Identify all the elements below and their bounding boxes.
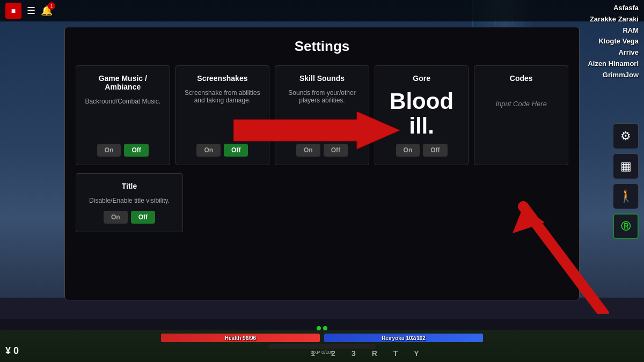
robux-button[interactable]: Ⓡ [613,213,639,239]
status-dot-1 [317,326,321,330]
card-skill-sounds-desc: Sounds from your/other players abilities… [282,89,362,137]
card-screenshakes: Screenshakes Screenshake from abilities … [175,65,270,165]
player-name-4: Klogte Vega [588,36,639,47]
codes-input-placeholder: Input Code Here [495,100,546,108]
currency-display: ¥ 0 [5,345,19,357]
reiryoku-bar: Reiryoku 102/102 [324,334,483,342]
player-list: Asfasfa Zarakke Zaraki RAM Klogte Vega A… [588,3,639,81]
card-codes: Codes Input Code Here [474,65,568,165]
settings-title: Settings [76,38,568,55]
gear-icon: ⚙ [620,129,631,143]
player-name-5: Arrive [588,47,639,58]
gear-button[interactable]: ⚙ [613,123,639,149]
menu-icon[interactable]: ☰ [27,5,35,17]
title-card-title: Title [122,182,137,190]
btn-skill-sounds-off[interactable]: Off [324,144,348,157]
notification-badge: 1 [48,2,55,10]
card-skill-sounds: Skill Sounds Sounds from your/other play… [275,65,369,165]
player-name-3: RAM [588,25,639,36]
btn-game-music-on[interactable]: On [97,144,121,157]
notification-icon[interactable]: 🔔 1 [41,5,53,17]
card-title-setting: Title Disable/Enable title visibility. O… [76,173,183,232]
toggle-skill-sounds: On Off [296,144,348,157]
hotkey-y: Y [414,349,419,358]
btn-game-music-off[interactable]: Off [124,144,148,157]
player-name-2: Zarakke Zaraki [588,14,639,25]
hotkey-1: 1 [311,349,315,358]
top-bar: ■ ☰ 🔔 1 [0,0,644,21]
exp-bar [268,344,376,349]
toggle-gore: On Off [396,144,448,157]
player-name-6: Aizen Hinamori [588,58,639,70]
settings-modal: Settings Game Music / Ambiance Backround… [64,27,580,300]
card-screenshakes-title: Screenshakes [197,74,247,83]
character-button[interactable]: 🚶 [613,183,639,209]
card-skill-sounds-title: Skill Sounds [299,74,345,83]
character-icon: 🚶 [619,189,633,203]
stats-icon: ▦ [620,159,632,173]
settings-grid: Game Music / Ambiance Backround/Combat M… [76,65,568,165]
card-gore: Gore Bloodill. On Off [375,65,469,165]
health-bar: Health 96/96 [161,334,320,342]
health-label: Health 96/96 [225,335,256,341]
hotkey-3: 3 [352,349,356,358]
status-dots [317,326,327,330]
health-bars-container: Health 96/96 Reiryoku 102/102 [161,334,483,342]
btn-skill-sounds-on[interactable]: On [296,144,320,157]
robux-icon: Ⓡ [621,220,631,233]
stats-button[interactable]: ▦ [613,153,639,179]
card-game-music: Game Music / Ambiance Backround/Combat M… [76,65,170,165]
card-gore-text: Bloodill. [390,89,453,138]
btn-screenshakes-on[interactable]: On [196,144,221,157]
card-gore-title: Gore [413,74,430,83]
status-dot-2 [323,326,327,330]
settings-row2: Title Disable/Enable title visibility. O… [76,173,568,232]
reiryoku-label: Reiryoku 102/102 [382,335,426,341]
hotkey-r: R [372,349,377,358]
card-screenshakes-desc: Screenshake from abilities and taking da… [182,89,263,137]
hotkey-2: 2 [331,349,335,358]
btn-title-on[interactable]: On [104,211,128,224]
btn-gore-off[interactable]: Off [423,144,447,157]
toggle-screenshakes: On Off [196,144,248,157]
player-name-1: Asfasfa [588,3,639,14]
card-game-music-title: Game Music / Ambiance [83,74,163,91]
player-name-7: GrimmJow [588,70,639,81]
toggle-title: On Off [104,211,155,224]
title-card-desc: Disable/Enable title visibility. [89,197,170,204]
hotbar: 1 2 3 R T Y [311,349,419,358]
btn-gore-on[interactable]: On [396,144,420,157]
roblox-logo[interactable]: ■ [5,3,21,19]
btn-title-off[interactable]: Off [131,211,155,224]
card-codes-title: Codes [510,74,533,83]
btn-screenshakes-off[interactable]: Off [224,144,248,157]
right-icons-panel: ⚙ ▦ 🚶 Ⓡ [613,123,639,239]
card-game-music-desc: Backround/Combat Music. [85,98,160,137]
hotkey-t: T [393,349,398,358]
toggle-game-music: On Off [97,144,149,157]
